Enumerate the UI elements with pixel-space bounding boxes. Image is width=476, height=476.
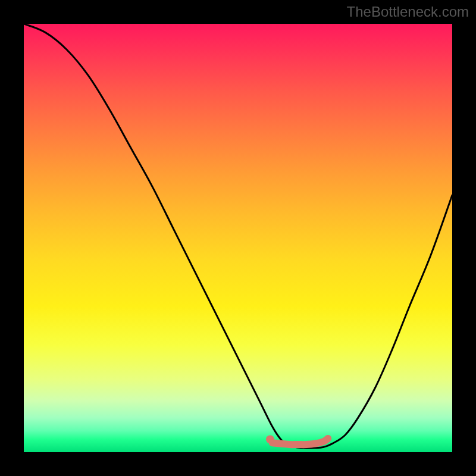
chart-plot-area xyxy=(24,24,452,452)
highlight-dot xyxy=(266,435,274,443)
watermark-text: TheBottleneck.com xyxy=(347,4,469,20)
bottleneck-curve-path xyxy=(24,24,452,448)
chart-svg xyxy=(24,24,452,452)
